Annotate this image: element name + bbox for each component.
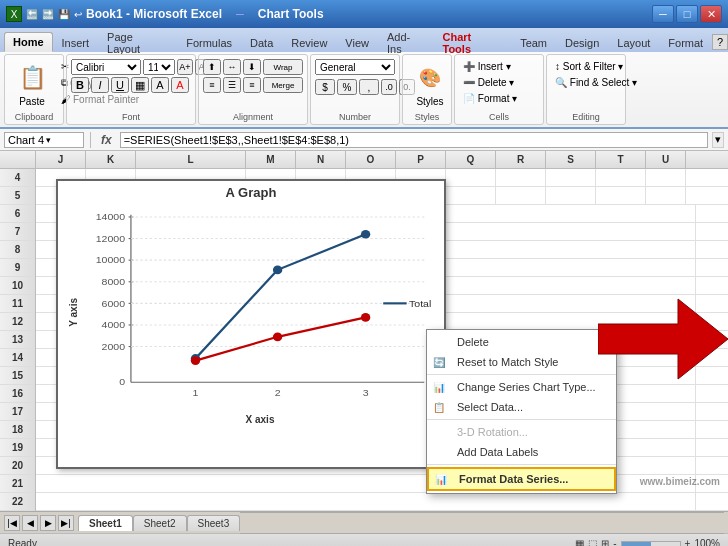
name-box[interactable]: Chart 4 ▾ bbox=[4, 132, 84, 148]
cell-s5[interactable] bbox=[546, 187, 596, 204]
paste-icon: 📋 bbox=[16, 62, 48, 94]
comma-button[interactable]: , bbox=[359, 79, 379, 95]
format-button[interactable]: 📄 Format ▾ bbox=[459, 91, 521, 106]
font-color-button[interactable]: A bbox=[171, 77, 189, 93]
row-13: 13 bbox=[0, 331, 35, 349]
cell-u4[interactable] bbox=[646, 169, 686, 186]
row-22-cells[interactable] bbox=[36, 493, 696, 510]
tab-page-layout[interactable]: Page Layout bbox=[98, 32, 177, 52]
align-center-button[interactable]: ☰ bbox=[223, 77, 241, 93]
cell-t4[interactable] bbox=[596, 169, 646, 186]
cell-s4[interactable] bbox=[546, 169, 596, 186]
sheet-tab-2[interactable]: Sheet2 bbox=[133, 515, 187, 531]
tab-design[interactable]: Design bbox=[556, 32, 608, 52]
tab-team[interactable]: Team bbox=[511, 32, 556, 52]
last-sheet-button[interactable]: ▶| bbox=[58, 515, 74, 531]
formula-input[interactable]: =SERIES(Sheet1!$E$3,,Sheet1!$E$4:$E$8,1) bbox=[120, 132, 708, 148]
delete-button[interactable]: ➖ Delete ▾ bbox=[459, 75, 521, 90]
merge-cells-button[interactable]: Merge bbox=[263, 77, 303, 93]
zoom-increase-icon[interactable]: + bbox=[685, 538, 691, 546]
minimize-button[interactable]: ─ bbox=[652, 5, 674, 23]
ribbon-help-button[interactable]: ? bbox=[712, 34, 728, 50]
tab-home[interactable]: Home bbox=[4, 32, 53, 52]
tab-data[interactable]: Data bbox=[241, 32, 282, 52]
ctx-select-data[interactable]: 📋 Select Data... bbox=[427, 397, 616, 417]
tab-review[interactable]: Review bbox=[282, 32, 336, 52]
prev-sheet-button[interactable]: ◀ bbox=[22, 515, 38, 531]
formula-expand-button[interactable]: ▾ bbox=[712, 132, 724, 148]
view-pagebreak-icon[interactable]: ⊞ bbox=[601, 538, 609, 546]
bold-button[interactable]: B bbox=[71, 77, 89, 93]
align-middle-button[interactable]: ↔ bbox=[223, 59, 241, 75]
increase-font-button[interactable]: A+ bbox=[177, 59, 193, 75]
align-left-button[interactable]: ≡ bbox=[203, 77, 221, 93]
styles-button[interactable]: 🎨 Styles bbox=[407, 59, 453, 110]
ctx-delete[interactable]: Delete bbox=[427, 332, 616, 352]
tab-load-test[interactable]: Chart Tools bbox=[434, 32, 512, 52]
row-20: 20 bbox=[0, 457, 35, 475]
font-size-select[interactable]: 11 bbox=[143, 59, 175, 75]
sheet-tab-1[interactable]: Sheet1 bbox=[78, 515, 133, 531]
align-top-button[interactable]: ⬆ bbox=[203, 59, 221, 75]
view-layout-icon[interactable]: ⬚ bbox=[588, 538, 597, 546]
red-point-3 bbox=[361, 313, 370, 322]
number-format-select[interactable]: General bbox=[315, 59, 395, 75]
zoom-decrease-icon[interactable]: - bbox=[613, 538, 616, 546]
tab-formulas[interactable]: Formulas bbox=[177, 32, 241, 52]
cell-u5[interactable] bbox=[646, 187, 686, 204]
italic-button[interactable]: I bbox=[91, 77, 109, 93]
tab-view[interactable]: View bbox=[336, 32, 378, 52]
ctx-change-chart-type[interactable]: 📊 Change Series Chart Type... bbox=[427, 377, 616, 397]
sort-filter-button[interactable]: ↕ Sort & Filter ▾ bbox=[551, 59, 641, 74]
watermark: www.bimeiz.com bbox=[640, 476, 720, 487]
ctx-format-data-series[interactable]: 📊 Format Data Series... bbox=[427, 467, 616, 491]
percent-button[interactable]: % bbox=[337, 79, 357, 95]
align-right-button[interactable]: ≡ bbox=[243, 77, 261, 93]
wrap-text-button[interactable]: Wrap bbox=[263, 59, 303, 75]
fx-icon: fx bbox=[101, 133, 112, 147]
row-12: 12 bbox=[0, 313, 35, 331]
currency-button[interactable]: $ bbox=[315, 79, 335, 95]
zoom-slider[interactable] bbox=[621, 541, 681, 547]
fill-color-button[interactable]: A bbox=[151, 77, 169, 93]
insert-button[interactable]: ➕ Insert ▾ bbox=[459, 59, 521, 74]
font-name-select[interactable]: Calibri bbox=[71, 59, 141, 75]
tab-insert[interactable]: Insert bbox=[53, 32, 99, 52]
underline-button[interactable]: U bbox=[111, 77, 129, 93]
col-o: O bbox=[346, 151, 396, 168]
maximize-button[interactable]: □ bbox=[676, 5, 698, 23]
reset-icon: 🔄 bbox=[433, 357, 445, 368]
cell-t5[interactable] bbox=[596, 187, 646, 204]
editing-label: Editing bbox=[547, 112, 625, 122]
border-button[interactable]: ▦ bbox=[131, 77, 149, 93]
cell-r5[interactable] bbox=[496, 187, 546, 204]
red-point-1 bbox=[191, 356, 200, 365]
ctx-reset-style[interactable]: 🔄 Reset to Match Style bbox=[427, 352, 616, 372]
col-p: P bbox=[396, 151, 446, 168]
tab-format[interactable]: Format bbox=[659, 32, 712, 52]
svg-marker-28 bbox=[598, 299, 728, 379]
ctx-add-data-labels[interactable]: Add Data Labels bbox=[427, 442, 616, 462]
sheet-tab-3[interactable]: Sheet3 bbox=[187, 515, 241, 531]
cell-q5[interactable] bbox=[446, 187, 496, 204]
align-bottom-button[interactable]: ⬇ bbox=[243, 59, 261, 75]
ribbon-content: 📋 Paste ✂ Cut ⧉ Copy 🖌 Format Painter Cl… bbox=[0, 52, 728, 129]
first-sheet-button[interactable]: |◀ bbox=[4, 515, 20, 531]
view-normal-icon[interactable]: ▦ bbox=[575, 538, 584, 546]
tab-layout[interactable]: Layout bbox=[608, 32, 659, 52]
chart-type-icon: 📊 bbox=[433, 382, 445, 393]
row-8: 8 bbox=[0, 241, 35, 259]
close-button[interactable]: ✕ bbox=[700, 5, 722, 23]
paste-button[interactable]: 📋 Paste bbox=[9, 59, 55, 110]
tab-addins[interactable]: Add-Ins bbox=[378, 32, 434, 52]
cells-group: ➕ Insert ▾ ➖ Delete ▾ 📄 Format ▾ Cells bbox=[454, 54, 544, 125]
find-select-button[interactable]: 🔍 Find & Select ▾ bbox=[551, 75, 641, 90]
cell-r4[interactable] bbox=[496, 169, 546, 186]
increase-decimal-button[interactable]: .0 bbox=[381, 79, 397, 95]
alignment-group: ⬆ ↔ ⬇ Wrap ≡ ☰ ≡ Merge Alignment bbox=[198, 54, 308, 125]
svg-text:10000: 10000 bbox=[96, 255, 126, 266]
chart-container[interactable]: A Graph Y axis 14000 bbox=[56, 179, 446, 469]
next-sheet-button[interactable]: ▶ bbox=[40, 515, 56, 531]
font-label: Font bbox=[67, 112, 195, 122]
cell-q4[interactable] bbox=[446, 169, 496, 186]
